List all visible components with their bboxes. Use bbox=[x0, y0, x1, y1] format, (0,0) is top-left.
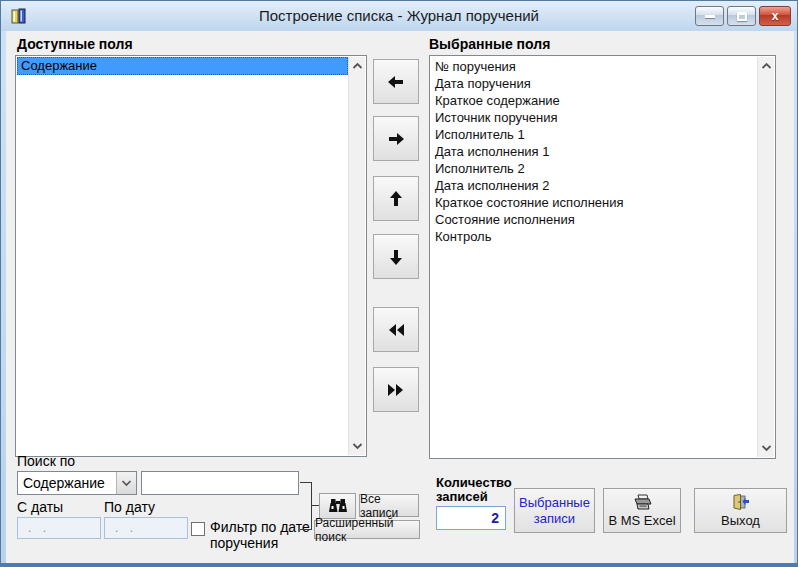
list-item[interactable]: Дата поручения bbox=[431, 75, 757, 92]
available-fields-list[interactable]: Содержание bbox=[15, 55, 367, 457]
list-item[interactable]: Дата исполнения 1 bbox=[431, 143, 757, 160]
selected-fields-list[interactable]: № порученияДата порученияКраткое содержа… bbox=[429, 55, 776, 459]
selected-fields-label: Выбранные поля bbox=[429, 36, 550, 52]
arrow-up-icon bbox=[386, 189, 406, 209]
move-up-button[interactable] bbox=[373, 176, 419, 221]
advanced-search-button[interactable]: Расширенный поиск bbox=[314, 520, 420, 539]
selected-list-item[interactable]: Содержание bbox=[17, 57, 348, 75]
move-left-button[interactable] bbox=[373, 59, 419, 104]
list-item[interactable]: Контроль bbox=[431, 228, 757, 245]
binoculars-icon bbox=[327, 498, 349, 514]
arrow-right-icon bbox=[386, 129, 406, 149]
record-count-input[interactable]: 2 bbox=[436, 506, 506, 530]
available-fields-label: Доступные поля bbox=[17, 36, 133, 52]
close-icon: x bbox=[772, 10, 779, 22]
minimize-icon bbox=[705, 15, 715, 18]
scroll-up-icon[interactable] bbox=[351, 61, 364, 71]
exit-button-label: Выход bbox=[721, 513, 760, 528]
double-arrow-right-icon bbox=[386, 380, 406, 400]
to-date-input[interactable]: . . bbox=[104, 517, 188, 539]
exit-button[interactable]: Выход bbox=[694, 488, 787, 533]
title-bar[interactable]: Построение списка - Журнал поручений x bbox=[1, 1, 797, 31]
list-item[interactable]: № поручения bbox=[431, 58, 757, 75]
to-date-label: По дату bbox=[104, 499, 155, 515]
selected-records-button[interactable]: Выбранные записи bbox=[514, 488, 595, 533]
arrow-left-icon bbox=[386, 72, 406, 92]
close-button[interactable]: x bbox=[759, 6, 791, 26]
dialog-window: Построение списка - Журнал поручений x Д… bbox=[0, 0, 798, 567]
connector-line bbox=[311, 482, 312, 530]
arrow-down-icon bbox=[386, 247, 406, 267]
window-title: Построение списка - Журнал поручений bbox=[1, 7, 797, 24]
search-field-select[interactable]: Содержание bbox=[17, 471, 137, 495]
connector-line bbox=[311, 505, 319, 506]
from-date-input[interactable]: . . bbox=[17, 517, 101, 539]
maximize-button[interactable] bbox=[727, 6, 756, 26]
list-item[interactable]: Краткое содержание bbox=[431, 92, 757, 109]
connector-line bbox=[300, 529, 312, 530]
printer-icon bbox=[631, 494, 653, 511]
scroll-up-icon[interactable] bbox=[760, 61, 773, 71]
excel-button[interactable]: В MS Excel bbox=[603, 488, 681, 533]
all-records-button[interactable]: Все записи bbox=[359, 494, 419, 517]
excel-button-label: В MS Excel bbox=[608, 513, 675, 528]
date-filter-label: Фильтр по дате поручения bbox=[210, 519, 312, 551]
record-count-label: Количество записей bbox=[436, 476, 524, 504]
search-query-input[interactable] bbox=[141, 471, 299, 495]
selected-fields-items: № порученияДата порученияКраткое содержа… bbox=[431, 58, 757, 457]
list-item[interactable]: Исполнитель 1 bbox=[431, 126, 757, 143]
chevron-down-icon bbox=[121, 479, 132, 487]
scrollbar[interactable] bbox=[757, 57, 774, 457]
selected-records-label: Выбранные записи bbox=[515, 495, 594, 527]
dialog-body: Доступные поля Содержание Выбранные поля bbox=[6, 31, 794, 563]
search-by-label: Поиск по bbox=[17, 453, 75, 469]
search-field-value: Содержание bbox=[23, 475, 105, 491]
combo-drop-button[interactable] bbox=[116, 472, 136, 494]
list-item[interactable]: Состояние исполнения bbox=[431, 211, 757, 228]
double-arrow-left-icon bbox=[386, 320, 406, 340]
move-all-left-button[interactable] bbox=[373, 307, 419, 352]
list-item[interactable]: Исполнитель 2 bbox=[431, 160, 757, 177]
scroll-down-icon[interactable] bbox=[351, 441, 364, 451]
date-filter-checkbox[interactable] bbox=[191, 522, 205, 536]
list-item[interactable]: Источник поручения bbox=[431, 109, 757, 126]
minimize-button[interactable] bbox=[695, 6, 724, 26]
exit-door-icon bbox=[731, 494, 750, 511]
move-all-right-button[interactable] bbox=[373, 367, 419, 412]
move-right-button[interactable] bbox=[373, 116, 419, 161]
maximize-icon bbox=[737, 12, 747, 21]
list-item[interactable]: Краткое состояние исполнения bbox=[431, 194, 757, 211]
scrollbar[interactable] bbox=[348, 57, 365, 455]
caption-buttons: x bbox=[695, 6, 791, 26]
scroll-down-icon[interactable] bbox=[760, 443, 773, 453]
move-down-button[interactable] bbox=[373, 234, 419, 279]
from-date-label: С даты bbox=[17, 499, 63, 515]
list-item[interactable]: Дата исполнения 2 bbox=[431, 177, 757, 194]
